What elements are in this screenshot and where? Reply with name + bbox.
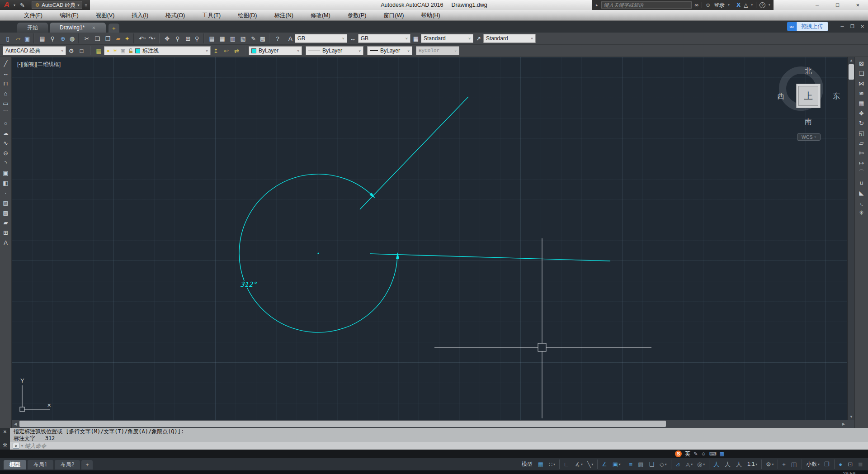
doc-minimize-button[interactable]: ─ [841,24,844,29]
spline-tool[interactable]: ∿ [0,138,11,148]
menu-item[interactable]: 修改(M) [302,10,339,21]
designcenter-button[interactable]: ▦ [217,33,228,43]
cut-button[interactable]: ✂ [82,33,92,43]
osnap-toggle[interactable]: ▣ ▾ [610,460,625,469]
horizontal-scroll-thumb[interactable] [19,421,666,427]
region-tool[interactable]: ▰ [0,218,11,228]
exchange-apps-icon[interactable]: Ⅹ [736,2,741,8]
menu-item[interactable]: 文件(F) [15,10,51,21]
a360-icon[interactable]: △ [744,2,748,8]
zoom-previous-button[interactable]: ⚲ [193,33,204,43]
rotate-tool[interactable]: ↻ [856,118,867,128]
snap-toggle[interactable]: ∷ ▾ [547,460,560,469]
ellipse-arc-tool[interactable]: ◝ [0,158,11,168]
insert-block-tool[interactable]: ▣ [0,168,11,178]
osnap-3d-toggle[interactable]: ◇ ▾ [657,460,671,469]
help-button[interactable]: ? [273,33,283,43]
horizontal-scrollbar[interactable]: ◀ ▶ [12,420,854,428]
compass-north-label[interactable]: 北 [805,66,812,76]
chevron-down-icon[interactable]: ▾ [751,3,753,7]
mirror-tool[interactable]: ⋈ [856,78,867,88]
customization-button[interactable]: ≣ [856,460,866,469]
menu-item[interactable]: 窗口(W) [375,10,412,21]
chevron-down-icon[interactable]: ▾ [769,3,770,7]
scroll-down-icon[interactable]: ▼ [848,413,855,420]
isolate-objects-button[interactable]: ◫ [789,460,802,469]
maximize-button[interactable]: ☐ [827,0,848,10]
table-tool[interactable]: ⊞ [0,228,11,237]
break-tool[interactable]: ⌒ [856,168,867,178]
command-tools-icon[interactable]: ⚒ [3,442,7,448]
menu-item[interactable]: 插入(I) [123,10,157,21]
lineweight-combo[interactable]: ByLayer ˅ [367,46,412,55]
minimize-button[interactable]: ─ [807,0,827,10]
annotation-scale-button[interactable]: 1:1 ▾ [745,460,762,469]
logo-caret-icon[interactable]: ▾ [14,3,15,7]
zoom-window-button[interactable]: ⊞ [183,33,193,43]
new-button[interactable]: ▯ [3,33,13,43]
chevron-down-icon[interactable]: ▾ [728,3,730,7]
grid-toggle[interactable]: ▦ [536,460,547,469]
redo-button[interactable]: ↷ ▾ [147,33,159,43]
open-button[interactable]: ▱ [13,33,24,43]
vertical-scrollbar[interactable]: ▲ ▼ [847,57,854,420]
command-input[interactable] [25,442,868,449]
erase-tool[interactable]: ⊠ [856,58,867,68]
workspace-switcher-button[interactable]: ⚙ ▾ [764,460,778,469]
viewcube-top-face[interactable]: 上 [796,84,821,108]
osnap-tracking-toggle[interactable]: ∠ [599,460,610,469]
fillet-tool[interactable]: ◟ [856,198,867,208]
layout1-tab[interactable]: 布局1 [28,460,53,469]
new-layout-tab[interactable]: + [81,460,93,469]
menu-item[interactable]: 格式(O) [157,10,193,21]
selection-cycling-toggle[interactable]: ❏ [646,460,657,469]
ime-pen-icon[interactable]: ✎ [693,451,698,457]
table-style-combo[interactable]: Standard ˅ [421,34,473,43]
line-entity-horizontal[interactable] [370,254,610,261]
menu-item[interactable]: 标注(N) [266,10,302,21]
wcs-dropdown[interactable]: WCS ▿ [797,133,821,141]
style-icon[interactable]: A [288,35,292,42]
menu-item[interactable]: 工具(T) [193,10,229,21]
scale-tool[interactable]: ◱ [856,128,867,138]
menu-item[interactable]: 帮助(H) [412,10,448,21]
dimension-text[interactable]: 312° [240,280,257,289]
make-block-tool[interactable]: ◧ [0,178,11,188]
search-binoculars-icon[interactable]: ∞ [695,2,699,8]
properties-palette-button[interactable]: ▤ [207,33,217,43]
help-icon[interactable]: ? [760,2,765,8]
chevron-down-icon[interactable]: ▾ [21,444,23,448]
zoom-realtime-button[interactable]: ⚲ [173,33,183,43]
compass-west-label[interactable]: 西 [777,92,784,101]
hardware-acceleration-toggle[interactable]: ● [836,460,845,469]
layer-properties-manager-button[interactable]: ▦ [94,46,104,56]
line-entity-diagonal[interactable] [360,97,468,209]
gradient-tool[interactable]: ▩ [0,208,11,218]
autoscale-toggle[interactable]: 人 [722,460,734,469]
polyline-tool[interactable]: ⊓ [0,78,11,88]
transparency-toggle[interactable]: ▨ [636,460,646,469]
polygon-tool[interactable]: ⌂ [0,88,11,98]
tab-start[interactable]: 开始 [17,23,48,33]
ellipse-tool[interactable]: ⊖ [0,148,11,158]
plan-plus-button[interactable]: + [780,460,789,469]
ortho-toggle[interactable]: ∟ [561,460,573,469]
save-button[interactable]: ▣ [24,33,34,43]
undo-button[interactable]: ↶ ▾ [137,33,147,43]
line-tool[interactable]: ╱ [0,58,11,68]
clean-screen-button[interactable]: ⊡ [845,460,856,469]
search-input[interactable] [601,1,692,9]
chamfer-tool[interactable]: ◣ [856,188,867,198]
linetype-combo[interactable]: ByLayer ˅ [306,46,363,55]
copy-button[interactable]: ❏ [92,33,103,43]
dim-style-combo[interactable]: GB ˅ [358,34,410,43]
vertical-scroll-thumb[interactable] [849,64,854,80]
doc-restore-button[interactable]: ❐ [850,24,854,29]
workspace-settings-button[interactable]: ⚙ [66,46,76,56]
netdisk-upload-button[interactable]: ∞ 拖拽上传 [787,22,828,31]
stretch-tool[interactable]: ▱ [856,138,867,148]
autocad-logo[interactable]: A [0,0,14,10]
tab-drawing1[interactable]: Drawing1* ✕ [50,23,106,33]
style-icon[interactable]: ↗ [476,35,481,42]
publish-button[interactable]: ⊕ [58,33,68,43]
